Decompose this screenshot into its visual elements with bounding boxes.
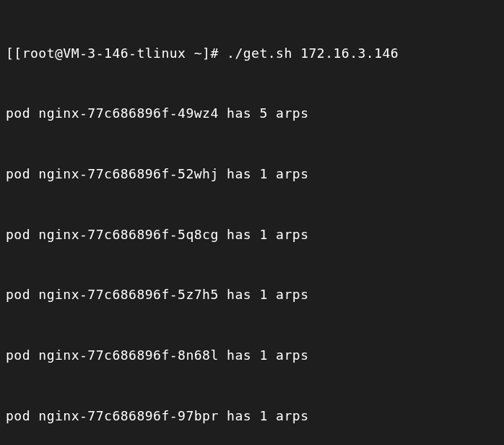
output-line: pod nginx-77c686896f-5q8cg has 1 arps — [6, 225, 498, 245]
output-line: pod nginx-77c686896f-5z7h5 has 1 arps — [6, 285, 498, 305]
terminal-output: [[root@VM-3-146-tlinux ~]# ./get.sh 172.… — [6, 3, 498, 445]
output-line: pod nginx-77c686896f-52whj has 1 arps — [6, 164, 498, 184]
output-line: pod nginx-77c686896f-8n68l has 1 arps — [6, 345, 498, 366]
output-line: pod nginx-77c686896f-97bpr has 1 arps — [6, 406, 498, 426]
output-line: pod nginx-77c686896f-49wz4 has 5 arps — [6, 103, 498, 124]
command-prompt-line: [[root@VM-3-146-tlinux ~]# ./get.sh 172.… — [6, 43, 498, 64]
